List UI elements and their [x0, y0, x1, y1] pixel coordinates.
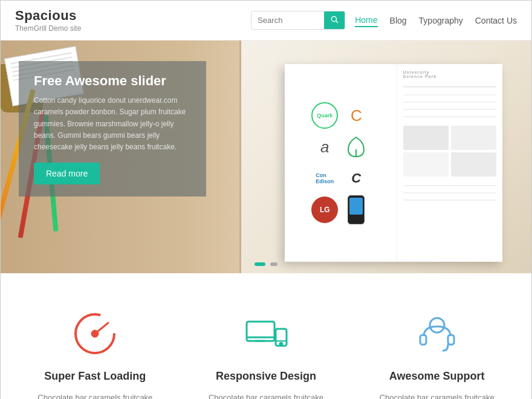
features-section: Super Fast Loading Chocolate bar caramel…	[1, 273, 531, 399]
nav-item-home[interactable]: Home	[355, 14, 377, 27]
svg-line-5	[95, 323, 108, 334]
feature-icon-speed	[71, 310, 119, 358]
site-header: Spacious ThemGrill Demo site Home Blog T…	[1, 1, 531, 41]
feature-desc-support: Chocolate bar caramels fruitcake icing. …	[372, 391, 501, 399]
feature-responsive: Responsive Design Chocolate bar caramels…	[190, 303, 343, 399]
book-inner: Quark C a ConEdison C LG	[285, 64, 502, 262]
logo-lg: LG	[311, 196, 338, 223]
feature-desc-speed: Chocolate bar caramels fruitcake icing. …	[31, 391, 160, 399]
feature-speed: Super Fast Loading Chocolate bar caramel…	[19, 303, 172, 399]
search-input[interactable]	[251, 13, 324, 28]
search-box	[251, 11, 345, 30]
hero-slider: Quark C a ConEdison C LG	[1, 41, 531, 273]
nav-item-contact[interactable]: Contact Us	[475, 15, 517, 27]
feature-title-support: Awesome Support	[372, 370, 501, 383]
site-title: Spacious	[15, 8, 81, 24]
svg-point-0	[332, 16, 337, 21]
logo-c2: C	[343, 165, 369, 192]
main-nav: Home Blog Typography Contact Us	[355, 14, 517, 27]
nav-item-blog[interactable]: Blog	[390, 15, 407, 27]
feature-title-responsive: Responsive Design	[202, 370, 331, 383]
svg-rect-13	[420, 335, 426, 345]
site-tagline: ThemGrill Demo site	[15, 24, 81, 33]
nav-item-typography[interactable]: Typography	[419, 15, 463, 27]
logo-phone	[343, 196, 369, 223]
slider-dots	[255, 262, 277, 266]
feature-title-speed: Super Fast Loading	[31, 370, 160, 383]
feature-icon-responsive	[242, 310, 290, 358]
logo-conedison: ConEdison	[311, 165, 338, 192]
svg-point-12	[430, 318, 444, 332]
logo-quark: Quark	[311, 102, 338, 129]
logo-c-orange: C	[343, 102, 369, 129]
slider-title: Free Awesome slider	[34, 73, 191, 89]
svg-point-11	[280, 343, 282, 345]
svg-rect-14	[448, 335, 454, 345]
site-branding: Spacious ThemGrill Demo site	[15, 8, 81, 33]
slider-description: Cotton candy liquorice donut unerdwear.c…	[34, 95, 191, 153]
book-left-page: Quark C a ConEdison C LG	[285, 64, 397, 262]
svg-line-1	[336, 21, 338, 23]
logo-a: a	[311, 134, 338, 160]
book-area: Quark C a ConEdison C LG	[239, 41, 531, 273]
slider-dot-2[interactable]	[270, 262, 277, 266]
feature-support: Awesome Support Chocolate bar caramels f…	[360, 303, 513, 399]
feature-desc-responsive: Chocolate bar caramels fruitcake icing. …	[202, 391, 331, 399]
slider-dot-1[interactable]	[255, 262, 265, 266]
feature-icon-support	[413, 310, 461, 358]
header-right: Home Blog Typography Contact Us	[251, 11, 517, 30]
hero-background: Quark C a ConEdison C LG	[1, 41, 531, 273]
search-button[interactable]	[324, 11, 345, 29]
read-more-button[interactable]: Read more	[34, 163, 100, 184]
book-right-page: UniversityScience Park	[397, 64, 502, 262]
slider-content: Free Awesome slider Cotton candy liquori…	[19, 61, 206, 196]
logo-leaf	[343, 134, 369, 160]
